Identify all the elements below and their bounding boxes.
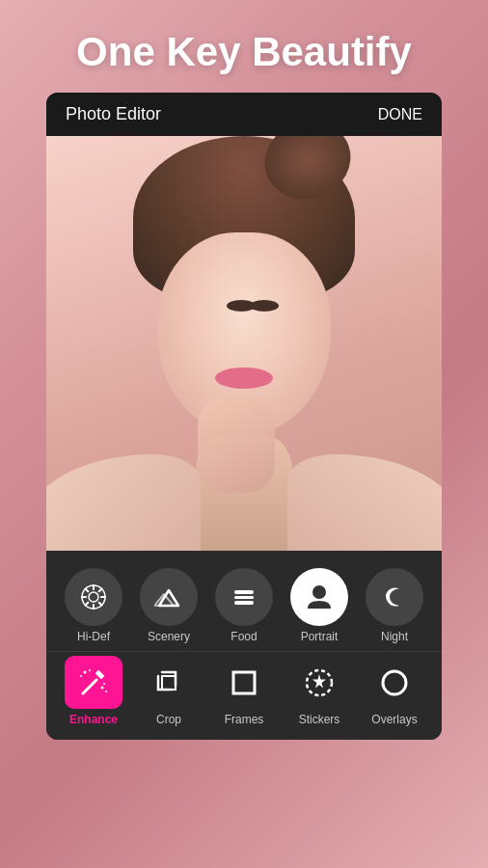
svg-point-19	[80, 675, 82, 677]
hidef-label: Hi-Def	[77, 630, 110, 643]
svg-rect-12	[234, 590, 254, 594]
editor-header: Photo Editor DONE	[46, 93, 442, 136]
svg-point-20	[89, 669, 91, 671]
svg-point-15	[312, 585, 326, 599]
photo-editor-frame: Photo Editor DONE	[46, 93, 442, 740]
svg-point-21	[101, 686, 104, 689]
done-button[interactable]: DONE	[378, 106, 422, 123]
svg-line-5	[86, 589, 89, 592]
food-label: Food	[230, 630, 257, 643]
enhance-label: Enhance	[69, 713, 118, 726]
crop-icon-box	[140, 656, 198, 709]
stickers-icon-box	[290, 656, 348, 709]
filter-food[interactable]: Food	[215, 568, 273, 643]
svg-line-7	[99, 589, 102, 592]
svg-point-9	[89, 592, 98, 602]
filter-hidef[interactable]: Hi-Def	[65, 568, 122, 643]
hidef-icon	[65, 568, 122, 626]
portrait-label: Portrait	[301, 630, 339, 643]
svg-point-23	[103, 683, 105, 685]
editor-title: Photo Editor	[66, 104, 161, 124]
filter-row: Hi-Def Scenery	[46, 560, 442, 647]
food-icon	[215, 568, 273, 626]
overlays-label: Overlays	[371, 713, 417, 726]
crop-label: Crop	[156, 713, 181, 726]
svg-line-6	[99, 603, 102, 606]
svg-line-8	[86, 603, 89, 606]
filter-scenery[interactable]: Scenery	[140, 568, 198, 643]
frames-label: Frames	[225, 713, 264, 726]
enhance-icon-box	[65, 656, 122, 709]
tool-row: Enhance Crop	[46, 651, 442, 734]
svg-point-28	[383, 671, 406, 694]
svg-point-18	[84, 670, 87, 673]
tool-frames[interactable]: Frames	[215, 656, 273, 726]
svg-marker-10	[159, 590, 178, 606]
scenery-label: Scenery	[148, 630, 190, 643]
portrait-icon	[290, 568, 348, 626]
tool-enhance[interactable]: Enhance	[65, 656, 122, 726]
toolbar: Hi-Def Scenery	[46, 551, 442, 740]
tool-overlays[interactable]: Overlays	[366, 656, 423, 726]
tool-stickers[interactable]: Stickers	[290, 656, 348, 726]
filter-night[interactable]: Night	[366, 568, 423, 643]
svg-marker-27	[312, 674, 326, 689]
svg-rect-25	[233, 672, 255, 693]
photo-image	[46, 136, 442, 551]
tool-crop[interactable]: Crop	[140, 656, 198, 726]
svg-point-22	[105, 691, 107, 692]
svg-rect-24	[162, 676, 176, 690]
night-icon	[366, 568, 423, 626]
stickers-label: Stickers	[299, 713, 340, 726]
night-label: Night	[381, 630, 408, 643]
svg-rect-14	[234, 601, 254, 605]
photo-area	[46, 136, 442, 551]
svg-rect-17	[95, 669, 105, 679]
app-title: One Key Beautify	[0, 29, 488, 75]
svg-rect-13	[234, 596, 254, 599]
frames-icon-box	[215, 656, 273, 709]
svg-line-16	[83, 680, 96, 693]
filter-portrait[interactable]: Portrait	[290, 568, 348, 643]
scenery-icon	[140, 568, 198, 626]
overlays-icon-box	[366, 656, 423, 709]
